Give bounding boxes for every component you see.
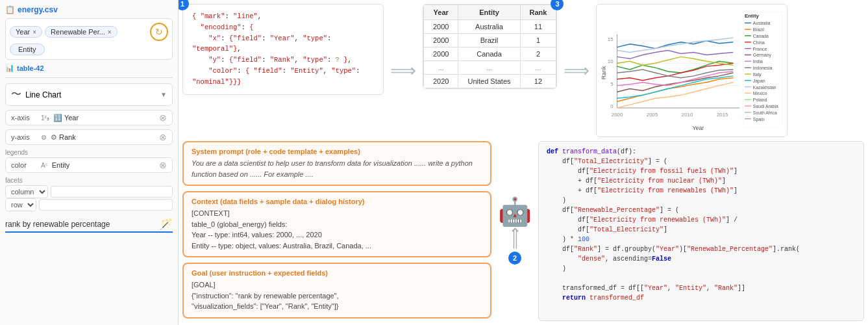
x-axis-label: x-axis [11, 114, 37, 122]
data-table-wrapper: 3 Year Entity Rank 2000 Australia [423, 4, 557, 89]
svg-text:2015: 2015 [717, 112, 728, 118]
year-tag-close[interactable]: × [32, 29, 36, 36]
system-prompt-box: System prompt (role + code template + ex… [182, 141, 491, 186]
x-axis-field: 🔢 Year [53, 114, 156, 122]
chart-type-label: Line Chart [25, 90, 156, 99]
renewable-tag-label: Renewable Per... [51, 28, 105, 36]
goal-prompt-box: Goal (user instruction + expected fields… [182, 263, 491, 318]
chart-type-row[interactable]: 〜 Line Chart ▼ [5, 83, 173, 106]
legends-section: legends color Aᶜ Entity ⊗ [5, 149, 173, 173]
arrow-right-2: ⟹ [561, 60, 592, 81]
y-axis-field: ⚙ Rank [51, 133, 156, 142]
facet-column-input[interactable] [51, 186, 173, 198]
svg-text:Mexico: Mexico [753, 91, 767, 96]
year-tag-label: Year [16, 28, 30, 36]
magic-wand-icon[interactable]: 🪄 [160, 218, 173, 230]
y-axis-field-icon: ⚙ [51, 133, 57, 142]
svg-text:France: France [753, 47, 767, 51]
step-2-badge: 2 [508, 252, 521, 265]
svg-text:Italy: Italy [753, 72, 762, 77]
facet-row-input[interactable] [39, 199, 173, 211]
col-year: Year [424, 5, 458, 20]
svg-text:Australia: Australia [753, 21, 771, 25]
prompts-section: System prompt (role + code template + ex… [182, 141, 491, 321]
data-table: Year Entity Rank 2000 Australia 11 2000 [423, 5, 556, 88]
context-prompt-text: [CONTEXT] table_0 (global_energy) fields… [192, 208, 482, 251]
chart-visualization: Rank Year 0 5 10 15 2000 2005 2010 2015 [596, 4, 787, 137]
goal-prompt-text: [GOAL] {"instruction": "rank by renewabl… [192, 280, 482, 312]
line-chart-icon: 〜 [11, 88, 21, 101]
svg-text:Canada: Canada [753, 34, 769, 38]
code-spec-block: { "mark": "line", "encoding": { "x": {"f… [182, 4, 384, 95]
context-prompt-title: Context (data fields + sample data + dia… [192, 198, 482, 205]
svg-text:Japan: Japan [753, 79, 765, 84]
svg-text:Spain: Spain [753, 117, 765, 122]
table-icon: 📊 [5, 64, 14, 72]
divider-1 [5, 77, 173, 78]
color-label: color [11, 161, 37, 169]
svg-text:Saudi Arabia: Saudi Arabia [753, 104, 778, 109]
svg-text:Indonesia: Indonesia [753, 66, 773, 70]
table-row: ... ... ... [424, 61, 556, 75]
refresh-button[interactable]: ↻ [150, 23, 168, 41]
svg-text:5: 5 [611, 81, 614, 87]
svg-text:2005: 2005 [647, 112, 658, 118]
system-prompt-text: You are a data scientist to help user to… [192, 158, 482, 179]
svg-text:Rank: Rank [601, 66, 607, 79]
legends-field: Entity [52, 161, 156, 169]
entity-tag: Entity [10, 44, 45, 55]
python-code-block: def transform_data(df): df["Total_Electr… [538, 141, 864, 321]
legends-label: legends [5, 149, 173, 156]
svg-text:China: China [753, 40, 765, 45]
svg-text:2010: 2010 [682, 112, 693, 118]
chart-svg: Rank Year 0 5 10 15 2000 2005 2010 2015 [599, 8, 784, 134]
legends-field-name: Entity [52, 161, 70, 169]
x-axis-type-button[interactable]: 1²₃ [40, 114, 51, 122]
y-axis-label: y-axis [11, 133, 37, 141]
legends-type-button[interactable]: Aᶜ [40, 162, 49, 169]
facet-row-select[interactable]: row [5, 198, 36, 211]
legends-remove-button[interactable]: ⊗ [159, 161, 167, 170]
table-row: 2000 Canada 2 [424, 47, 556, 61]
svg-text:10: 10 [608, 58, 614, 64]
context-prompt-box: Context (data fields + sample data + dia… [182, 191, 491, 257]
y-axis-remove-button[interactable]: ⊗ [159, 133, 167, 142]
robot-icon: 🤖 [498, 198, 532, 226]
facet-column-row: column [5, 185, 173, 198]
svg-text:15: 15 [608, 36, 614, 42]
step-3-badge: 3 [551, 0, 564, 10]
year-tag[interactable]: Year × [10, 26, 42, 38]
svg-text:India: India [753, 59, 763, 64]
search-row: 🪄 [5, 218, 173, 233]
legends-row: color Aᶜ Entity ⊗ [5, 157, 173, 173]
y-axis-type-button[interactable]: ⚙ [40, 134, 48, 141]
entity-tag-label: Entity [18, 46, 36, 53]
search-input[interactable] [5, 220, 156, 229]
facet-row-row: row [5, 198, 173, 211]
goal-prompt-title: Goal (user instruction + expected fields… [192, 269, 482, 277]
table-id: table-42 [17, 64, 44, 72]
table-row: 2000 Brazil 1 [424, 34, 556, 47]
y-axis-row: y-axis ⚙ ⚙ Rank ⊗ [5, 129, 173, 145]
x-axis-remove-button[interactable]: ⊗ [159, 113, 167, 122]
svg-text:Germany: Germany [753, 53, 772, 58]
svg-text:0: 0 [611, 103, 614, 109]
code-spec-wrapper: 1 { "mark": "line", "encoding": { "x": {… [182, 4, 384, 95]
table-row: 2020 United States 12 [424, 75, 556, 88]
robot-section: 🤖 ⟹ 2 [495, 141, 534, 321]
x-axis-row: x-axis 1²₃ 🔢 Year ⊗ [5, 110, 173, 125]
renewable-tag-close[interactable]: × [108, 29, 112, 36]
facets-label: facets [5, 177, 173, 184]
chevron-down-icon: ▼ [160, 91, 167, 98]
left-panel: 📋 energy.csv Year × Renewable Per... × ↻… [0, 0, 179, 325]
facets-section: facets column row [5, 177, 173, 211]
facet-column-select[interactable]: column [5, 185, 48, 198]
renewable-tag[interactable]: Renewable Per... × [45, 26, 118, 38]
arrow-up-icon: ⟹ [506, 228, 524, 250]
data-table-container: Year Entity Rank 2000 Australia 11 2000 [423, 4, 557, 89]
svg-text:Poland: Poland [753, 98, 767, 102]
table-row: 2000 Australia 11 [424, 20, 556, 34]
file-name: energy.csv [18, 5, 58, 14]
svg-text:South Africa: South Africa [753, 110, 777, 115]
file-icon: 📋 [5, 5, 15, 14]
